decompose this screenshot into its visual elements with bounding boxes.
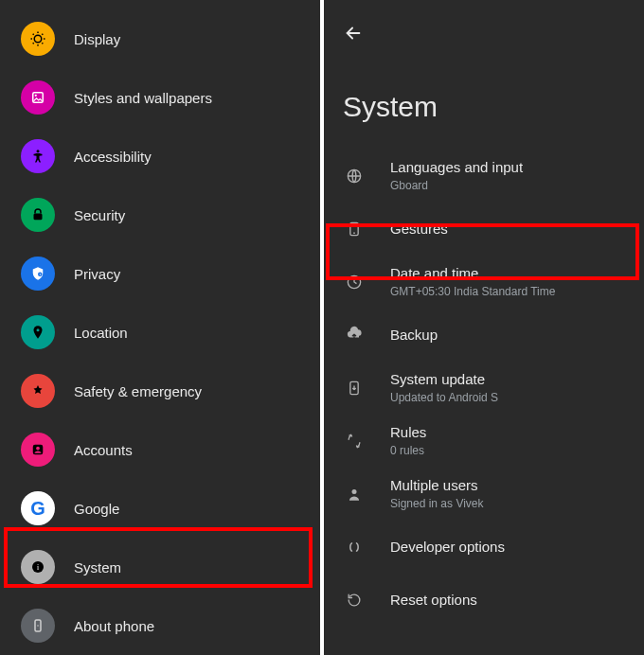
svg-point-12 [37, 625, 39, 627]
item-label: Backup [390, 327, 438, 345]
page-title: System [324, 47, 644, 150]
settings-item-accessibility[interactable]: Accessibility [0, 127, 320, 186]
language-icon [343, 167, 366, 186]
system-item-rules[interactable]: Rules 0 rules [324, 415, 644, 468]
security-icon [21, 198, 55, 232]
dev-icon [343, 538, 366, 557]
svg-point-0 [34, 35, 42, 43]
system-settings-pane: System Languages and input Gboard Gestur… [324, 0, 644, 655]
settings-item-label: Display [74, 31, 120, 47]
settings-item-label: About phone [74, 618, 154, 634]
rules-icon [343, 432, 366, 451]
settings-item-privacy[interactable]: Privacy [0, 244, 320, 303]
system-item-reset[interactable]: Reset options [324, 574, 644, 627]
user-icon [343, 485, 366, 504]
settings-item-label: Location [74, 325, 128, 341]
settings-item-label: Accounts [74, 442, 133, 458]
settings-item-system[interactable]: i System [0, 538, 320, 596]
settings-item-security[interactable]: Security [0, 186, 320, 244]
display-icon [21, 22, 55, 56]
item-label: Languages and input [390, 159, 523, 177]
accessibility-icon [21, 139, 55, 173]
settings-main-list: Display Styles and wallpapers Accessibil… [0, 0, 320, 655]
back-button[interactable] [343, 30, 364, 46]
accounts-icon [21, 433, 55, 467]
reset-icon [343, 591, 366, 610]
system-icon: i [21, 550, 55, 584]
settings-item-about[interactable]: About phone [0, 596, 320, 655]
settings-item-display[interactable]: Display [0, 9, 320, 68]
system-item-backup[interactable]: Backup [324, 309, 644, 362]
google-icon: G [21, 491, 55, 525]
item-sub: GMT+05:30 India Standard Time [390, 285, 555, 299]
system-item-update[interactable]: System update Updated to Android S [324, 362, 644, 415]
item-label: Multiple users [390, 477, 484, 495]
settings-item-styles[interactable]: Styles and wallpapers [0, 68, 320, 127]
gesture-icon [343, 220, 366, 239]
item-sub: Gboard [390, 179, 523, 193]
settings-item-accounts[interactable]: Accounts [0, 420, 320, 479]
settings-item-location[interactable]: Location [0, 303, 320, 362]
item-sub: Updated to Android S [390, 391, 498, 405]
system-item-languages[interactable]: Languages and input Gboard [324, 150, 644, 203]
backup-icon [343, 326, 366, 345]
system-item-users[interactable]: Multiple users Signed in as Vivek [324, 468, 644, 521]
wallpaper-icon [21, 80, 55, 115]
about-icon [21, 609, 55, 643]
svg-point-3 [37, 150, 40, 152]
settings-item-label: Accessibility [74, 149, 152, 165]
item-label: Date and time [390, 265, 555, 283]
update-icon [343, 379, 366, 398]
item-label: Developer options [390, 539, 505, 557]
location-icon [21, 315, 55, 349]
svg-point-2 [35, 95, 37, 97]
settings-item-safety[interactable]: Safety & emergency [0, 362, 320, 420]
item-label: Rules [390, 424, 426, 442]
system-item-developer[interactable]: Developer options [324, 521, 644, 574]
item-label: System update [390, 371, 498, 389]
system-item-datetime[interactable]: Date and time GMT+05:30 India Standard T… [324, 256, 644, 309]
settings-item-label: Styles and wallpapers [74, 90, 212, 106]
settings-item-google[interactable]: G Google [0, 479, 320, 538]
svg-point-8 [36, 447, 40, 451]
svg-point-6 [37, 328, 40, 331]
settings-item-label: Security [74, 207, 125, 223]
system-item-gestures[interactable]: Gestures [324, 203, 644, 256]
settings-item-label: Safety & emergency [74, 383, 202, 399]
settings-item-label: System [74, 559, 121, 575]
item-sub: 0 rules [390, 444, 426, 458]
clock-icon [343, 273, 366, 292]
svg-rect-4 [34, 214, 43, 221]
svg-point-15 [353, 232, 355, 234]
svg-point-18 [352, 489, 357, 494]
privacy-icon [21, 257, 55, 291]
safety-icon [21, 374, 55, 408]
item-label: Reset options [390, 592, 477, 610]
settings-item-label: Privacy [74, 266, 120, 282]
item-sub: Signed in as Vivek [390, 497, 484, 511]
svg-text:i: i [37, 563, 39, 572]
item-label: Gestures [390, 221, 448, 239]
settings-item-label: Google [74, 501, 119, 517]
